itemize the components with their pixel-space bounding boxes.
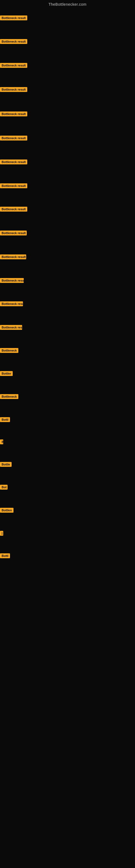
- bottleneck-result-item: B: [0, 439, 3, 445]
- bottleneck-result-item: Bottleneck: [0, 394, 18, 400]
- bottleneck-badge[interactable]: Bottlen: [0, 508, 13, 513]
- bottleneck-badge[interactable]: Bottleneck result: [0, 63, 27, 68]
- bottleneck-badge[interactable]: Bottl: [0, 553, 10, 558]
- bottleneck-badge[interactable]: Bottleneck result: [0, 254, 26, 259]
- bottleneck-badge[interactable]: Bottleneck: [0, 348, 18, 353]
- bottleneck-result-item: Bottlen: [0, 508, 13, 514]
- bottleneck-badge[interactable]: Bottleneck result: [0, 207, 27, 212]
- bottleneck-result-item: Bottleneck result: [0, 112, 27, 118]
- bottleneck-badge[interactable]: |: [0, 531, 3, 536]
- bottleneck-badge[interactable]: Bottleneck result: [0, 39, 27, 44]
- bottleneck-result-item: Bottleneck result: [0, 63, 27, 69]
- bottleneck-result-item: |: [0, 531, 3, 537]
- bottleneck-result-item: Bottleneck result: [0, 135, 27, 142]
- bottleneck-result-item: Bottleneck result: [0, 16, 27, 22]
- bottleneck-badge[interactable]: Bottleneck result: [0, 87, 27, 92]
- bottleneck-badge[interactable]: Bottleneck: [0, 394, 18, 399]
- bottleneck-result-item: Bottleneck result: [0, 183, 27, 189]
- bottleneck-badge[interactable]: Bottler: [0, 371, 13, 376]
- bottleneck-result-item: Bottleneck resu: [0, 278, 24, 284]
- bottleneck-result-item: Bot: [0, 485, 8, 491]
- site-title: TheBottlenecker.com: [0, 0, 135, 8]
- bottleneck-result-item: Bottleneck result: [0, 39, 27, 45]
- bottleneck-result-item: Bottleneck resu: [0, 301, 23, 307]
- bottleneck-result-item: Bottle: [0, 462, 12, 468]
- bottleneck-result-item: Bottl: [0, 553, 10, 559]
- bottleneck-result-item: Bottleneck result: [0, 87, 27, 93]
- bottleneck-badge[interactable]: Bot: [0, 485, 8, 490]
- bottleneck-result-item: Bottler: [0, 371, 13, 377]
- bottleneck-badge[interactable]: Bottleneck result: [0, 135, 27, 141]
- bottleneck-result-item: Bottl: [0, 417, 10, 423]
- bottleneck-result-item: Bottleneck result: [0, 207, 27, 213]
- bottleneck-result-item: Bottleneck result: [0, 159, 27, 165]
- bottleneck-result-item: Bottleneck resu: [0, 325, 22, 331]
- bottleneck-result-item: Bottleneck: [0, 348, 18, 354]
- bottleneck-badge[interactable]: Bottleneck resu: [0, 325, 22, 330]
- bottleneck-result-item: Bottleneck result: [0, 254, 26, 260]
- bottleneck-badge[interactable]: Bottleneck result: [0, 183, 27, 188]
- bottleneck-badge[interactable]: Bottl: [0, 417, 10, 422]
- bottleneck-badge[interactable]: Bottleneck result: [0, 159, 27, 164]
- bottleneck-badge[interactable]: Bottleneck resu: [0, 278, 24, 283]
- bottleneck-badge[interactable]: Bottleneck resu: [0, 301, 23, 306]
- bottleneck-badge[interactable]: B: [0, 439, 3, 444]
- bottleneck-badge[interactable]: Bottleneck result: [0, 112, 27, 116]
- bottleneck-badge[interactable]: Bottleneck result: [0, 230, 27, 236]
- bottleneck-badge[interactable]: Bottleneck result: [0, 16, 27, 20]
- bottleneck-result-item: Bottleneck result: [0, 230, 27, 237]
- bottleneck-badge[interactable]: Bottle: [0, 462, 12, 467]
